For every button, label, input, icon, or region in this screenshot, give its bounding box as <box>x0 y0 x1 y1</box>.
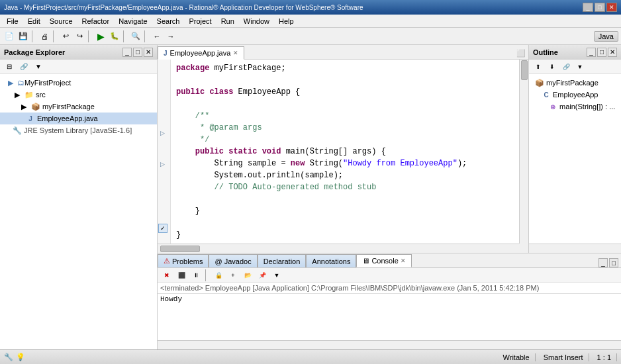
hscroll-thumb[interactable] <box>160 246 200 252</box>
package-icon: 📦 <box>30 101 41 112</box>
outline-item-package-label: myFirstPackage <box>546 79 598 87</box>
tab-javadoc[interactable]: @ Javadoc <box>209 254 257 267</box>
menu-search[interactable]: Search <box>153 16 184 26</box>
java-perspective-label[interactable]: Java <box>594 31 618 42</box>
tab-declaration[interactable]: Declaration <box>258 254 307 267</box>
outline-tb-1[interactable]: ⬆ <box>532 60 545 73</box>
menu-source[interactable]: Source <box>46 16 77 26</box>
console-view-menu[interactable]: ▼ <box>270 269 283 282</box>
package-explorer-header: Package Explorer _ □ ✕ <box>0 45 157 60</box>
tab-declaration-label: Declaration <box>263 257 301 265</box>
package-explorer-panel: Package Explorer _ □ ✕ ⊟ 🔗 ▼ ▶ 🗂 MyFirst… <box>0 45 158 349</box>
minimize-button[interactable]: _ <box>583 3 593 12</box>
panel-maximize-button[interactable]: □ <box>133 48 142 57</box>
bottom-tabs-left: ⚠ Problems @ Javadoc Declaration Annotat… <box>158 254 412 267</box>
tab-annotations[interactable]: Annotations <box>306 254 356 267</box>
toolbar-redo[interactable]: ↪ <box>73 30 86 43</box>
code-line-4 <box>176 98 514 110</box>
tab-console[interactable]: 🖥 Console ✕ <box>356 254 411 267</box>
toolbar-print[interactable]: 🖨 <box>38 30 51 43</box>
outline-item-main[interactable]: ⊛ main(String[]) : ... <box>529 101 621 113</box>
outline-close-button[interactable]: ✕ <box>608 48 617 57</box>
outline-tb-2[interactable]: ⬇ <box>546 60 559 73</box>
tree-item-project-label: MyFirstProject <box>24 79 71 87</box>
toolbar-prev[interactable]: ← <box>150 30 164 43</box>
console-scroll-lock[interactable]: 🔒 <box>212 269 225 282</box>
fold-arrow-8[interactable]: ▷ <box>160 161 165 167</box>
bottom-maximize-button[interactable]: □ <box>609 258 618 267</box>
menu-edit[interactable]: Edit <box>24 16 44 26</box>
outline-item-class[interactable]: C EmployeeApp <box>529 89 621 101</box>
editor-tab-close[interactable]: ✕ <box>233 50 238 56</box>
window-title: Java - MyFirstProject/src/myFirstPackage… <box>4 4 363 11</box>
tab-problems-label: Problems <box>172 257 203 265</box>
outline-maximize-button[interactable]: □ <box>597 48 606 57</box>
outline-minimize-button[interactable]: _ <box>587 48 596 57</box>
editor-panel-controls[interactable]: ⬜ <box>514 48 528 59</box>
collapse-all-button[interactable]: ⊟ <box>3 60 16 73</box>
menu-project[interactable]: Project <box>185 16 215 26</box>
menu-file[interactable]: File <box>3 16 23 26</box>
code-editor[interactable]: package myFirstPackage; public class Emp… <box>171 60 519 244</box>
tree-item-jre-label: JRE System Library [JavaSE-1.6] <box>24 126 132 134</box>
toolbar-undo[interactable]: ↩ <box>59 30 72 43</box>
tree-item-employeeapp[interactable]: J EmployeeApp.java <box>0 113 157 124</box>
toolbar-new[interactable]: 📄 <box>3 30 16 43</box>
view-menu-button[interactable]: ▼ <box>32 60 45 73</box>
toolbar-save[interactable]: 💾 <box>17 30 30 43</box>
editor-tab-icon: J <box>164 50 167 57</box>
menu-window[interactable]: Window <box>240 16 273 26</box>
menu-run[interactable]: Run <box>217 16 238 26</box>
toolbar-sep-4 <box>123 30 127 42</box>
toolbar-run[interactable]: ▶ <box>94 30 107 43</box>
tree-item-package[interactable]: ▶ 📦 myFirstPackage <box>0 101 157 113</box>
code-line-1: package myFirstPackage; <box>176 62 514 74</box>
console-new-console[interactable]: + <box>226 269 240 282</box>
folder-icon: 📁 <box>24 89 34 100</box>
scrollbar-thumb[interactable] <box>521 60 528 80</box>
toolbar-debug[interactable]: 🐛 <box>108 30 121 43</box>
menu-help[interactable]: Help <box>275 16 298 26</box>
status-icon-2: 💡 <box>16 353 25 361</box>
console-pin[interactable]: 📌 <box>256 269 269 282</box>
link-with-editor-button[interactable]: 🔗 <box>17 60 30 73</box>
editor-vertical-scrollbar[interactable] <box>519 60 528 244</box>
tab-console-icon: 🖥 <box>362 257 369 265</box>
code-line-5: /** <box>176 110 514 122</box>
tree-item-src[interactable]: ▶ 📁 src <box>0 89 157 101</box>
editor-horizontal-scrollbar[interactable] <box>158 244 519 253</box>
toolbar-search[interactable]: 🔍 <box>129 30 142 43</box>
tab-console-close[interactable]: ✕ <box>401 257 406 264</box>
bottom-minimize-button[interactable]: _ <box>598 258 608 267</box>
bottom-panel-controls: _ □ <box>598 258 621 267</box>
editor-tab-employeeapp[interactable]: J EmployeeApp.java ✕ <box>158 46 244 60</box>
tree-item-project[interactable]: ▶ 🗂 MyFirstProject <box>0 77 157 89</box>
toolbar-next[interactable]: → <box>164 30 177 43</box>
bottom-tabs-bar: ⚠ Problems @ Javadoc Declaration Annotat… <box>158 253 621 268</box>
console-open-file[interactable]: 📂 <box>241 269 254 282</box>
console-clear-button[interactable]: ✖ <box>160 269 173 282</box>
tree-item-jre[interactable]: 🔧 JRE System Library [JavaSE-1.6] <box>0 124 157 136</box>
console-pause-button[interactable]: ⏸ <box>189 269 203 282</box>
panel-minimize-button[interactable]: _ <box>122 48 132 57</box>
status-writable: Writable <box>498 353 536 361</box>
title-bar: Java - MyFirstProject/src/myFirstPackage… <box>0 0 621 15</box>
outline-tb-4[interactable]: ▼ <box>573 60 587 73</box>
menu-refactor[interactable]: Refactor <box>78 16 114 26</box>
console-stop-button[interactable]: ⬛ <box>175 269 188 282</box>
editor-tab-label: EmployeeApp.java <box>170 49 231 57</box>
status-icon-1: 🔧 <box>4 353 13 361</box>
fold-arrow-5[interactable]: ▷ <box>160 130 165 136</box>
console-output: Howdy <box>158 294 621 340</box>
outline-horizontal-scrollbar[interactable] <box>529 244 621 253</box>
editor-content[interactable]: ▷ ▷ ✓ package myFirstPackage; public cla… <box>158 60 528 244</box>
breakpoint-indicator: ✓ <box>158 224 167 233</box>
close-button[interactable]: ✕ <box>606 3 617 12</box>
panel-close-button[interactable]: ✕ <box>144 48 153 57</box>
tab-problems[interactable]: ⚠ Problems <box>158 254 209 267</box>
console-horizontal-scrollbar[interactable] <box>158 340 621 349</box>
maximize-button[interactable]: □ <box>595 3 605 12</box>
outline-tb-3[interactable]: 🔗 <box>559 60 573 73</box>
outline-item-package[interactable]: 📦 myFirstPackage <box>529 77 621 89</box>
menu-navigate[interactable]: Navigate <box>115 16 151 26</box>
